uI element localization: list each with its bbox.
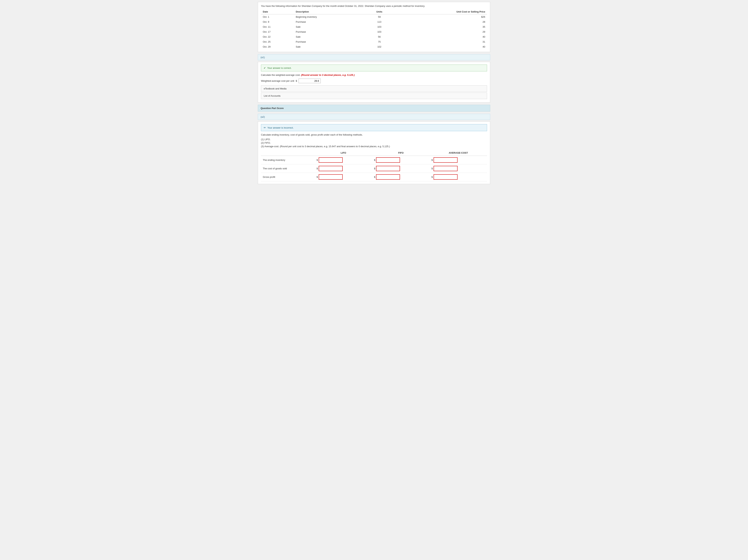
cell-date: Oct. 22 — [261, 34, 294, 39]
lifo-cell-1: $ — [314, 164, 372, 173]
part-a1-label: (a1) — [261, 56, 265, 59]
cell-description: Purchase — [294, 39, 365, 44]
cell-description: Purchase — [294, 29, 365, 34]
avg-cell-1: $ — [429, 164, 487, 173]
a1-instruction: Calculate the weighted-average cost. (Ro… — [261, 74, 487, 76]
cell-description: Purchase — [294, 19, 365, 24]
method-fifo: (2) FIFO. — [261, 141, 487, 144]
methods-table: LIFO FIFO AVERAGE-COST The ending invent… — [261, 150, 487, 181]
row-label-1: The cost of goods sold — [261, 164, 314, 173]
table-row: Oct. 9 Purchase 113 28 — [261, 19, 487, 24]
avg-input-0[interactable] — [434, 157, 458, 163]
info-box: You have the following information for S… — [258, 2, 490, 52]
methods-row: The cost of goods sold $ $ $ — [261, 164, 487, 173]
part-a1-content: ✔ Your answer is correct. Calculate the … — [258, 62, 490, 102]
part-a2-header: (a2) — [258, 114, 490, 120]
fifo-cell-0: $ — [372, 156, 430, 164]
cell-description: Sale — [294, 24, 365, 29]
col-lifo: LIFO — [314, 150, 372, 156]
cell-description: Sale — [294, 34, 365, 39]
cell-price: 35 — [393, 24, 487, 29]
cell-price: 40 — [393, 44, 487, 49]
col-date: Date — [261, 9, 294, 15]
cell-date: Oct. 1 — [261, 15, 294, 20]
cell-price: 31 — [393, 39, 487, 44]
cell-date: Oct. 11 — [261, 24, 294, 29]
cell-price: $26 — [393, 15, 487, 20]
weighted-avg-input[interactable] — [299, 78, 321, 83]
col-units: Units — [365, 9, 393, 15]
cell-price: 29 — [393, 29, 487, 34]
checkmark-icon: ✔ — [264, 67, 266, 69]
pencil-icon: ✏ — [264, 126, 266, 129]
list-of-accounts-link[interactable]: List of Accounts — [261, 93, 487, 99]
weighted-avg-label: Weighted-average cost per unit — [261, 79, 294, 82]
methods-row: The ending inventory $ $ $ — [261, 156, 487, 164]
row-label-2: Gross profit — [261, 173, 314, 181]
cell-units: 103 — [365, 24, 393, 29]
score-bar-label: Question Part Score — [261, 107, 284, 110]
col-description: Description — [294, 9, 365, 15]
lifo-input-2[interactable] — [319, 174, 343, 180]
answer-incorrect-text: Your answer is incorrect. — [267, 126, 294, 129]
weighted-avg-row: Weighted-average cost per unit $ — [261, 78, 487, 83]
cell-units: 75 — [365, 39, 393, 44]
col-fifo: FIFO — [372, 150, 430, 156]
method-lifo: (1) LIFO. — [261, 138, 487, 141]
inventory-table: Date Description Units Unit Cost or Sell… — [261, 9, 487, 49]
lifo-input-1[interactable] — [319, 166, 343, 171]
methods-row: Gross profit $ $ $ — [261, 173, 487, 181]
cell-date: Oct. 25 — [261, 39, 294, 44]
cell-units: 56 — [365, 34, 393, 39]
table-row: Oct. 11 Sale 103 35 — [261, 24, 487, 29]
answer-correct-banner: ✔ Your answer is correct. — [261, 65, 487, 71]
cell-price: 28 — [393, 19, 487, 24]
table-row: Oct. 22 Sale 56 40 — [261, 34, 487, 39]
part-a2-label: (a2) — [261, 115, 265, 118]
cell-units: 103 — [365, 29, 393, 34]
a2-instruction: Calculate ending inventory, cost of good… — [261, 133, 487, 136]
lifo-input-0[interactable] — [319, 157, 343, 163]
methods-list: (1) LIFO. (2) FIFO. (3) Average-cost. (R… — [261, 138, 487, 148]
answer-incorrect-banner: ✏ Your answer is incorrect. — [261, 124, 487, 131]
avg-cell-0: $ — [429, 156, 487, 164]
avg-cell-2: $ — [429, 173, 487, 181]
lifo-cell-0: $ — [314, 156, 372, 164]
cell-units: 113 — [365, 19, 393, 24]
fifo-input-0[interactable] — [376, 157, 400, 163]
table-row: Oct. 29 Sale 102 40 — [261, 44, 487, 49]
cell-units: 59 — [365, 15, 393, 20]
cell-description: Sale — [294, 44, 365, 49]
table-row: Oct. 17 Purchase 103 29 — [261, 29, 487, 34]
part-a2-content: ✏ Your answer is incorrect. Calculate en… — [258, 121, 490, 184]
fifo-cell-1: $ — [372, 164, 430, 173]
answer-correct-text: Your answer is correct. — [267, 67, 291, 69]
table-row: Oct. 25 Purchase 75 31 — [261, 39, 487, 44]
lifo-cell-2: $ — [314, 173, 372, 181]
cell-date: Oct. 9 — [261, 19, 294, 24]
cell-date: Oct. 29 — [261, 44, 294, 49]
part-a1-header: (a1) — [258, 54, 490, 60]
col-avg-cost: AVERAGE-COST — [429, 150, 487, 156]
row-label-0: The ending inventory — [261, 156, 314, 164]
table-row: Oct. 1 Beginning inventory 59 $26 — [261, 15, 487, 20]
score-bar: Question Part Score — [258, 105, 490, 112]
col-empty — [261, 150, 314, 156]
intro-text: You have the following information for S… — [261, 5, 487, 7]
dollar-sign: $ — [296, 79, 297, 82]
method-avg: (3) Average-cost. (Round per unit cost t… — [261, 145, 487, 148]
cell-description: Beginning inventory — [294, 15, 365, 20]
cell-date: Oct. 17 — [261, 29, 294, 34]
col-price: Unit Cost or Selling Price — [393, 9, 487, 15]
cell-price: 40 — [393, 34, 487, 39]
etextbook-link[interactable]: eTextbook and Media — [261, 86, 487, 92]
avg-input-1[interactable] — [434, 166, 458, 171]
avg-input-2[interactable] — [434, 174, 458, 180]
fifo-input-1[interactable] — [376, 166, 400, 171]
cell-units: 102 — [365, 44, 393, 49]
fifo-input-2[interactable] — [376, 174, 400, 180]
fifo-cell-2: $ — [372, 173, 430, 181]
